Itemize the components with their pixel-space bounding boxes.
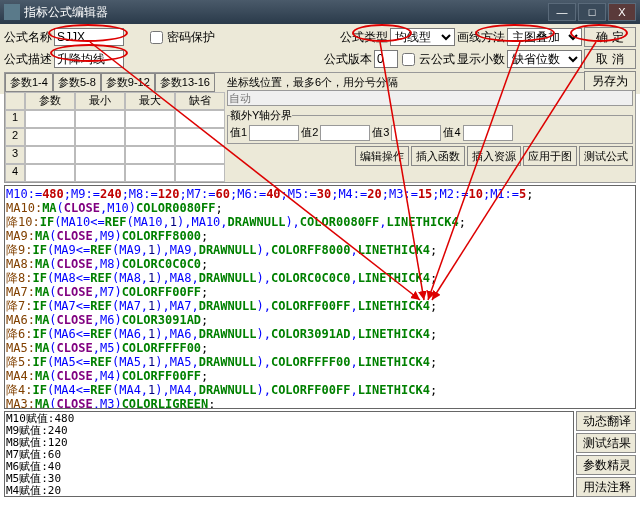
output-line: M5赋值:30 (6, 473, 572, 485)
param-cell[interactable] (175, 164, 225, 182)
close-button[interactable]: X (608, 3, 636, 21)
output-line: M4赋值:20 (6, 485, 572, 497)
code-line: MA8:MA(CLOSE,M8)COLORC0C0C0; (6, 257, 634, 271)
cancel-button[interactable]: 取 消 (584, 49, 636, 69)
draw-select[interactable]: 主图叠加 (507, 28, 582, 46)
value-input-3[interactable] (391, 125, 441, 141)
code-line: MA3:MA(CLOSE,M3)COLORLIGREEN; (6, 397, 634, 409)
code-line: M10:=480;M9:=240;M8:=120;M7:=60;M6:=40;M… (6, 187, 634, 201)
window-title: 指标公式编辑器 (24, 4, 548, 21)
param-row-header: 2 (5, 128, 25, 146)
param-cell[interactable] (125, 110, 175, 128)
code-line: 降10:IF(MA10<=REF(MA10,1),MA10,DRAWNULL),… (6, 215, 634, 229)
param-tab-3[interactable]: 参数9-12 (101, 73, 155, 92)
param-row-header: 4 (5, 164, 25, 182)
titlebar: 指标公式编辑器 — □ X (0, 0, 640, 24)
param-row-header: 1 (5, 110, 25, 128)
version-label: 公式版本 (324, 51, 372, 68)
param-tab-2[interactable]: 参数5-8 (53, 73, 101, 92)
extra-y-fieldset: 额外Y轴分界 值1值2值3值4 (227, 108, 633, 144)
output-line: M8赋值:120 (6, 437, 572, 449)
code-line: 降9:IF(MA9<=REF(MA9,1),MA9,DRAWNULL),COLO… (6, 243, 634, 257)
side-button[interactable]: 用法注释 (576, 477, 636, 497)
code-line: 降6:IF(MA6<=REF(MA6,1),MA6,DRAWNULL),COLO… (6, 327, 634, 341)
name-input[interactable] (54, 28, 124, 46)
toolbar-button[interactable]: 编辑操作 (355, 146, 409, 166)
cloud-label: 云公式 (419, 51, 455, 68)
param-cell[interactable] (25, 146, 75, 164)
value-input-2[interactable] (320, 125, 370, 141)
param-cell[interactable] (125, 146, 175, 164)
param-cell[interactable] (175, 128, 225, 146)
param-header: 最大 (125, 92, 175, 110)
code-line: MA4:MA(CLOSE,M4)COLORFF00FF; (6, 369, 634, 383)
type-label: 公式类型 (340, 29, 388, 46)
value-input-4[interactable] (463, 125, 513, 141)
param-header: 最小 (75, 92, 125, 110)
maximize-button[interactable]: □ (578, 3, 606, 21)
value-label: 值3 (372, 125, 389, 141)
desc-label: 公式描述 (4, 51, 52, 68)
version-input[interactable] (374, 50, 398, 68)
code-line: 降4:IF(MA4<=REF(MA4,1),MA4,DRAWNULL),COLO… (6, 383, 634, 397)
decimal-select[interactable]: 缺省位数 (507, 50, 582, 68)
code-line: MA7:MA(CLOSE,M7)COLORFF00FF; (6, 285, 634, 299)
param-cell[interactable] (75, 146, 125, 164)
output-line: M7赋值:60 (6, 449, 572, 461)
value-label: 值4 (443, 125, 460, 141)
param-cell[interactable] (25, 128, 75, 146)
decimal-label: 显示小数 (457, 51, 505, 68)
code-line: 降5:IF(MA5<=REF(MA5,1),MA5,DRAWNULL),COLO… (6, 355, 634, 369)
output-area[interactable]: M10赋值:480M9赋值:240M8赋值:120M7赋值:60M6赋值:40M… (4, 411, 574, 497)
value-input-1[interactable] (249, 125, 299, 141)
password-checkbox[interactable] (150, 31, 163, 44)
param-cell[interactable] (25, 110, 75, 128)
param-row-header: 3 (5, 146, 25, 164)
param-region: 参数1-4参数5-8参数9-12参数13-16 参数最小最大缺省1234 坐标线… (4, 72, 636, 183)
param-cell[interactable] (125, 164, 175, 182)
side-button[interactable]: 参数精灵 (576, 455, 636, 475)
code-line: 降7:IF(MA7<=REF(MA7,1),MA7,DRAWNULL),COLO… (6, 299, 634, 313)
side-button[interactable]: 动态翻译 (576, 411, 636, 431)
param-tab-1[interactable]: 参数1-4 (5, 73, 53, 92)
cloud-checkbox[interactable] (402, 53, 415, 66)
param-cell[interactable] (75, 110, 125, 128)
app-icon (4, 4, 20, 20)
param-cell[interactable] (175, 110, 225, 128)
toolbar-button[interactable]: 插入资源 (467, 146, 521, 166)
param-header (5, 92, 25, 110)
toolbar-button[interactable]: 应用于图 (523, 146, 577, 166)
type-select[interactable]: 均线型 (390, 28, 455, 46)
name-label: 公式名称 (4, 29, 52, 46)
output-line: M6赋值:40 (6, 461, 572, 473)
code-editor[interactable]: M10:=480;M9:=240;M8:=120;M7:=60;M6:=40;M… (4, 185, 636, 409)
param-tab-4[interactable]: 参数13-16 (155, 73, 215, 92)
code-line: MA10:MA(CLOSE,M10)COLOR0080FF; (6, 201, 634, 215)
output-line: M9赋值:240 (6, 425, 572, 437)
value-label: 值1 (230, 125, 247, 141)
param-grid: 参数最小最大缺省1234 (5, 92, 225, 182)
desc-input[interactable] (54, 50, 124, 68)
ok-button[interactable]: 确 定 (584, 27, 636, 47)
value-label: 值2 (301, 125, 318, 141)
minimize-button[interactable]: — (548, 3, 576, 21)
password-label: 密码保护 (167, 29, 215, 46)
toolbar-button[interactable]: 测试公式 (579, 146, 633, 166)
side-button[interactable]: 测试结果 (576, 433, 636, 453)
code-line: 降8:IF(MA8<=REF(MA8,1),MA8,DRAWNULL),COLO… (6, 271, 634, 285)
toolbar-button[interactable]: 插入函数 (411, 146, 465, 166)
param-cell[interactable] (75, 128, 125, 146)
code-line: MA6:MA(CLOSE,M6)COLOR3091AD; (6, 313, 634, 327)
param-cell[interactable] (75, 164, 125, 182)
coord-label: 坐标线位置，最多6个，用分号分隔 (227, 75, 633, 90)
extra-y-label: 额外Y轴分界 (230, 108, 292, 123)
param-header: 缺省 (175, 92, 225, 110)
code-line: MA5:MA(CLOSE,M5)COLORFFFF00; (6, 341, 634, 355)
code-line: MA9:MA(CLOSE,M9)COLORFF8000; (6, 229, 634, 243)
param-header: 参数 (25, 92, 75, 110)
draw-label: 画线方法 (457, 29, 505, 46)
coord-input[interactable] (227, 90, 633, 106)
param-cell[interactable] (125, 128, 175, 146)
param-cell[interactable] (25, 164, 75, 182)
param-cell[interactable] (175, 146, 225, 164)
